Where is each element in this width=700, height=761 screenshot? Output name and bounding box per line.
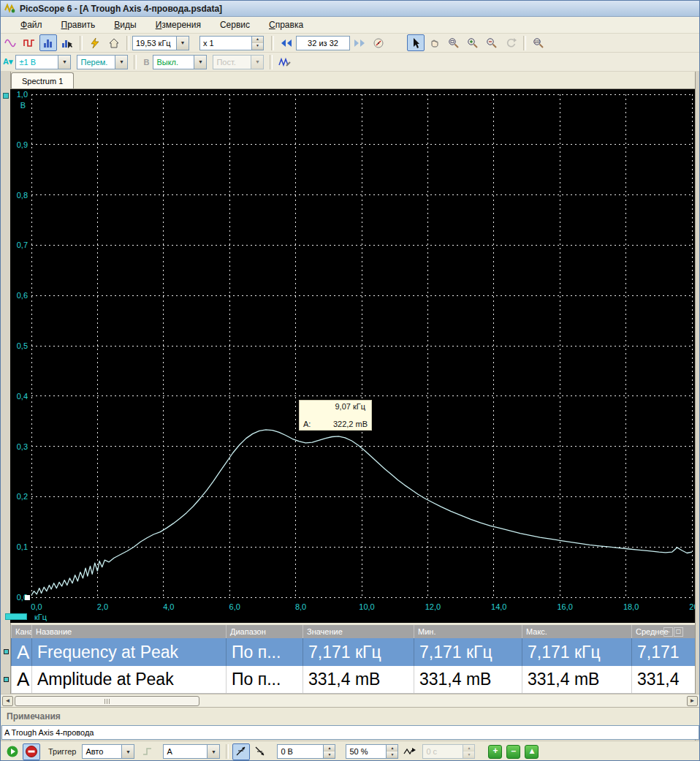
trigger-threshold-spinner[interactable]: 0 B ▲▼ <box>277 744 335 759</box>
sine-view-button[interactable] <box>1 34 19 51</box>
rapid-trigger-button[interactable] <box>401 743 419 760</box>
spectrum-chart[interactable]: 0,00,10,20,30,40,50,60,70,80,91,0B0,02,0… <box>10 89 695 623</box>
menu-views[interactable]: Виды <box>104 18 145 31</box>
chevron-down-icon[interactable]: ▼ <box>176 37 189 50</box>
svg-text:1,0: 1,0 <box>17 90 28 99</box>
scroll-left-icon[interactable]: ◄ <box>2 696 13 706</box>
picoscope-window: PicoScope 6 - [A Trough Axis 4-провода.p… <box>0 0 700 761</box>
table-horizontal-scrollbar[interactable]: ◄ ► <box>1 694 700 707</box>
rising-edge-icon <box>235 746 247 757</box>
menu-tools[interactable]: Сервис <box>210 18 259 31</box>
square-wave-view-icon <box>23 37 35 49</box>
pointer-tool-icon <box>410 37 422 49</box>
tab-spectrum-1[interactable]: Spectrum 1 <box>11 72 74 88</box>
measurements-header: Канал Название Диапазон Значение Мин. Ма… <box>11 625 695 638</box>
spectrum-view-button[interactable] <box>39 34 57 51</box>
zoom-out-button[interactable] <box>483 34 501 51</box>
start-capture-button[interactable] <box>4 743 21 760</box>
remove-measurement-button[interactable]: – <box>506 745 520 759</box>
pointer-tool-button[interactable] <box>407 34 425 51</box>
spectrum-plot[interactable]: 0,00,10,20,30,40,50,60,70,80,91,0B0,02,0… <box>10 89 695 623</box>
svg-text:2,0: 2,0 <box>97 602 108 611</box>
undo-zoom-button[interactable] <box>502 34 520 51</box>
chevron-down-icon[interactable]: ▼ <box>194 56 206 69</box>
grid-layout-button[interactable]: ▴ <box>525 745 539 759</box>
zoom-factor-spinner[interactable]: x 1 ▲▼ <box>199 36 264 50</box>
buffer-navigator-button[interactable] <box>370 34 387 51</box>
scrollbar-thumb[interactable] <box>15 696 199 706</box>
persistence-view-button[interactable] <box>58 34 76 51</box>
channel-b-range-combo[interactable]: Выкл. ▼ <box>153 55 207 69</box>
spin-up-icon[interactable]: ▲ <box>387 745 397 751</box>
col-span[interactable]: Диапазон <box>226 625 303 638</box>
measurement-row-frequency[interactable]: A Frequency at Peak По п... 7,171 кГц 7,… <box>11 638 695 666</box>
menu-file[interactable]: Файл <box>11 18 52 31</box>
svg-text:18,0: 18,0 <box>623 602 639 611</box>
stop-capture-button[interactable] <box>23 743 40 760</box>
row-selector-icon[interactable] <box>4 677 9 682</box>
row-selector-icon[interactable] <box>4 649 9 654</box>
zoom-in-button[interactable] <box>464 34 482 51</box>
auto-setup-button[interactable] <box>86 34 104 51</box>
chevron-down-icon[interactable]: ▼ <box>207 745 219 758</box>
hand-tool-button[interactable] <box>426 34 444 51</box>
probes-button[interactable] <box>276 53 294 70</box>
chevron-down-icon: ▼ <box>251 56 263 69</box>
trigger-channel-combo[interactable]: A ▼ <box>163 744 220 759</box>
channel-a-range-value: ±1 B <box>16 58 58 67</box>
next-buffer-icon <box>353 37 366 49</box>
add-measurement-button[interactable]: + <box>488 745 502 759</box>
buffer-position-value: 32 из 32 <box>308 39 338 48</box>
start-capture-icon <box>6 745 19 758</box>
zoom-box-button[interactable] <box>445 34 463 51</box>
square-wave-view-button[interactable] <box>20 34 38 51</box>
next-buffer-button[interactable] <box>351 34 368 51</box>
chevron-down-icon[interactable]: ▼ <box>115 56 127 69</box>
col-channel[interactable]: Канал <box>11 625 31 638</box>
zoom-out-icon <box>486 37 498 49</box>
channel-a-range-marker[interactable] <box>3 93 9 99</box>
x-axis-scroll-thumb[interactable] <box>5 613 27 620</box>
spin-down-icon[interactable]: ▼ <box>324 751 335 758</box>
menu-edit[interactable]: Править <box>52 18 105 31</box>
menu-measurements[interactable]: Измерения <box>146 18 210 31</box>
chevron-down-icon[interactable]: ▼ <box>121 745 134 758</box>
channel-a-coupling-combo[interactable]: Перем. ▼ <box>77 55 128 69</box>
pretrigger-spinner[interactable]: 50 % ▲▼ <box>346 744 398 759</box>
notes-input[interactable] <box>1 725 699 740</box>
zoom-in-icon <box>467 37 479 49</box>
falling-edge-button[interactable] <box>251 743 269 760</box>
tooltip-frequency: 9,07 кГц <box>303 402 368 411</box>
svg-text:12,0: 12,0 <box>425 602 441 611</box>
pretrigger-value: 50 % <box>346 745 386 758</box>
toolbar-separator <box>226 744 229 759</box>
spin-down-icon[interactable]: ▼ <box>387 751 397 758</box>
menu-help[interactable]: Справка <box>259 18 313 31</box>
expand-panel-icon[interactable]: ▢ <box>674 627 683 637</box>
collapse-panel-icon[interactable]: – <box>663 627 673 637</box>
sample-rate-combo[interactable]: 19,53 кГц ▼ <box>132 36 189 50</box>
chevron-down-icon[interactable]: ▼ <box>58 56 70 69</box>
col-min[interactable]: Мин. <box>414 625 522 638</box>
scroll-right-icon[interactable]: ► <box>687 696 698 706</box>
zoom-100-button[interactable]: 100 <box>530 34 547 51</box>
measurement-row-amplitude[interactable]: A Amplitude at Peak По п... 331,4 mB 331… <box>11 666 695 694</box>
title-bar: PicoScope 6 - [A Trough Axis 4-провода.p… <box>1 1 700 17</box>
home-button[interactable] <box>105 34 123 51</box>
rising-edge-button[interactable] <box>232 743 250 760</box>
spin-up-icon[interactable]: ▲ <box>252 37 263 43</box>
spin-down-icon[interactable]: ▼ <box>252 43 263 50</box>
app-logo-icon <box>4 3 15 14</box>
spectrum-view-icon <box>42 37 54 49</box>
falling-edge-icon <box>254 746 266 757</box>
prev-buffer-button[interactable] <box>278 34 295 51</box>
col-name[interactable]: Название <box>31 625 226 638</box>
channel-a-label: A <box>3 57 9 66</box>
col-max[interactable]: Макс. <box>522 625 631 638</box>
col-value[interactable]: Значение <box>303 625 414 638</box>
spin-up-icon[interactable]: ▲ <box>324 745 335 751</box>
trigger-mode-combo[interactable]: Авто ▼ <box>82 744 134 759</box>
channel-a-range-combo[interactable]: ±1 B ▼ <box>15 55 71 69</box>
toolbar-separator <box>80 36 83 50</box>
persistence-view-icon <box>61 37 73 49</box>
